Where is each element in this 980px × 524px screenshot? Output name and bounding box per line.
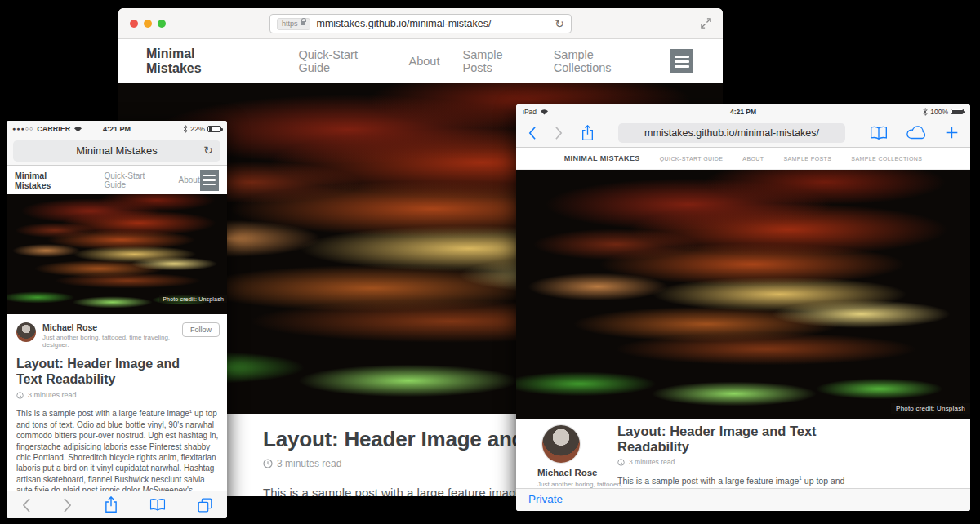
nav-about[interactable]: About: [179, 175, 200, 184]
private-button[interactable]: Private: [528, 493, 563, 505]
url-text: mmistakes.github.io/minimal-mistakes/: [644, 127, 819, 139]
share-icon[interactable]: [581, 125, 594, 141]
post-content: Michael Rose Just another boring, tattoo…: [7, 314, 227, 491]
author-name: Michael Rose: [42, 322, 182, 332]
browser-chrome-bar: https mmistakes.github.io/minimal-mistak…: [118, 8, 723, 39]
tabs-icon[interactable]: [198, 498, 212, 513]
photo-credit-badge: Photo credit: Unsplash: [159, 295, 227, 303]
read-time: 3 minutes read: [617, 458, 856, 466]
safari-bottom-toolbar: [7, 491, 227, 518]
window-controls: [130, 20, 166, 28]
site-navbar: Minimal Mistakes Quick-Start Guide About…: [118, 39, 723, 83]
author-avatar: [542, 425, 580, 463]
nav-sample-posts[interactable]: SAMPLE POSTS: [783, 156, 831, 162]
author-bio: Just another boring, tattooed, time trav…: [42, 334, 182, 349]
header-image-leaves: Photo credit: Unsplash: [7, 194, 227, 314]
nav-sample-collections[interactable]: SAMPLE COLLECTIONS: [851, 156, 922, 162]
battery-icon: [951, 109, 964, 114]
bookmarks-icon[interactable]: [870, 126, 888, 140]
https-badge: https: [277, 18, 310, 30]
ipad-status-bar: iPad 4:21 PM 100%: [516, 104, 970, 118]
clock-icon: [263, 459, 273, 468]
nav-sample-posts[interactable]: Sample Posts: [462, 48, 530, 74]
post-paragraph: This is a sample post with a large featu…: [16, 406, 219, 491]
zoom-window-button[interactable]: [158, 20, 166, 28]
author-avatar: [16, 322, 36, 342]
ipad-device: iPad 4:21 PM 100% mmistakes.github.io/mi…: [516, 104, 970, 511]
forward-icon[interactable]: [555, 126, 564, 140]
photo-credit-badge: Photo credit: Unsplash: [891, 403, 970, 414]
desktop-url-bar[interactable]: https mmistakes.github.io/minimal-mistak…: [270, 14, 572, 33]
clock-icon: [617, 459, 625, 466]
author-row: Michael Rose Just another boring, tattoo…: [16, 322, 220, 349]
author-bio: Just another boring, tattooed,: [537, 481, 622, 488]
post-content: Michael Rose Just another boring, tattoo…: [516, 419, 970, 488]
iphone-url-bar[interactable]: Minimal Mistakes ↻: [13, 140, 220, 162]
post-title: Layout: Header Image and Text Readabilit…: [16, 356, 204, 387]
nav-quick-start-guide[interactable]: QUICK-START GUIDE: [660, 156, 724, 162]
site-navbar: Minimal Mistakes Quick-Start Guide About: [7, 166, 227, 194]
nav-about[interactable]: ABOUT: [742, 156, 764, 162]
iphone-device: ●●●○○ CARRIER 4:21 PM 22% Minimal Mistak…: [7, 121, 227, 518]
bluetooth-icon: [183, 125, 188, 133]
forward-icon[interactable]: [63, 497, 73, 513]
author-name: Michael Rose: [537, 468, 598, 477]
lock-icon: [301, 21, 305, 25]
battery-percent: 100%: [930, 108, 948, 116]
header-image-leaves: Photo credit: Unsplash: [516, 170, 970, 419]
nav-quick-start-guide[interactable]: Quick-Start Guide: [104, 171, 162, 189]
share-icon[interactable]: [105, 496, 118, 513]
post-paragraph: This is a sample post with a large featu…: [617, 473, 856, 488]
read-time: 3 minutes read: [16, 391, 220, 399]
bluetooth-icon: [923, 108, 928, 116]
battery-icon: [207, 126, 221, 132]
hamburger-menu-icon[interactable]: [200, 170, 219, 191]
minimize-window-button[interactable]: [144, 20, 152, 28]
page-title-in-urlbar: Minimal Mistakes: [13, 144, 220, 157]
follow-button[interactable]: Follow: [182, 322, 220, 337]
nav-about[interactable]: About: [409, 55, 440, 68]
back-icon[interactable]: [528, 126, 537, 140]
nav-sample-collections[interactable]: Sample Collections: [554, 48, 648, 74]
status-time: 4:21 PM: [516, 108, 970, 116]
site-brand[interactable]: MINIMAL MISTAKES: [564, 154, 640, 162]
iphone-url-toolbar: Minimal Mistakes ↻: [7, 136, 227, 166]
nav-quick-start-guide[interactable]: Quick-Start Guide: [298, 48, 385, 74]
fullscreen-expand-icon[interactable]: [701, 18, 711, 29]
battery-percent: 22%: [190, 125, 205, 133]
post-title: Layout: Header Image and Text Readabilit…: [617, 424, 856, 455]
bookmarks-icon[interactable]: [149, 498, 166, 512]
icloud-tabs-icon[interactable]: [906, 126, 927, 140]
hamburger-menu-icon[interactable]: [670, 49, 693, 73]
clock-icon: [16, 392, 24, 399]
reload-icon[interactable]: ↻: [203, 144, 213, 157]
site-navbar: MINIMAL MISTAKES QUICK-START GUIDE ABOUT…: [516, 148, 970, 170]
private-browsing-bar: Private: [516, 488, 970, 511]
close-window-button[interactable]: [130, 20, 138, 28]
reload-icon[interactable]: ↻: [555, 17, 564, 30]
ipad-url-bar[interactable]: mmistakes.github.io/minimal-mistakes/: [618, 123, 845, 143]
new-tab-plus-icon[interactable]: [945, 126, 959, 140]
url-text: mmistakes.github.io/minimal-mistakes/: [317, 18, 555, 29]
iphone-status-bar: ●●●○○ CARRIER 4:21 PM 22%: [7, 121, 227, 136]
safari-toolbar: mmistakes.github.io/minimal-mistakes/: [516, 118, 970, 148]
site-brand[interactable]: Minimal Mistakes: [15, 171, 78, 190]
back-icon[interactable]: [21, 497, 31, 513]
site-brand[interactable]: Minimal Mistakes: [146, 47, 246, 76]
